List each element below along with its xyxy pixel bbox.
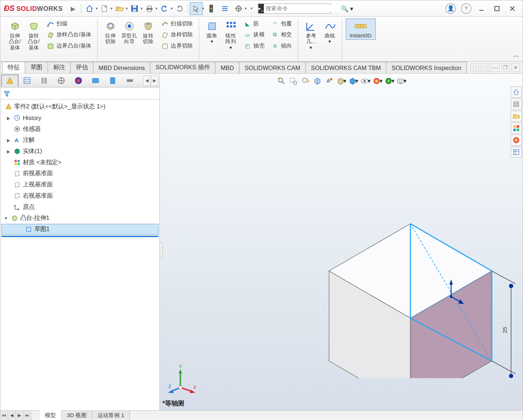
select-tool-button[interactable] bbox=[190, 2, 203, 15]
fm-tab-display[interactable] bbox=[70, 74, 87, 86]
tree-item-top-plane[interactable]: 上视基准面 bbox=[1, 179, 159, 190]
bottom-tab-model[interactable]: 模型 bbox=[40, 410, 62, 420]
panel-splitter-handle[interactable] bbox=[160, 242, 163, 258]
draft-button[interactable]: ▱拔模 bbox=[241, 30, 266, 40]
fm-tab-cam2[interactable] bbox=[104, 74, 121, 86]
bottom-first-button[interactable]: ⏮ bbox=[0, 411, 8, 420]
view-settings-icon[interactable]: ▾ bbox=[396, 75, 407, 87]
tab-evaluate[interactable]: 评估 bbox=[70, 62, 94, 73]
tab-solidworks-cam[interactable]: SOLIDWORKS CAM bbox=[239, 62, 306, 73]
loft-button[interactable]: 放样凸台/基体 bbox=[45, 30, 93, 40]
display-style-icon[interactable]: ▾ bbox=[348, 75, 359, 87]
doc-maximize-button[interactable]: ❐ bbox=[501, 63, 510, 72]
bottom-tab-motion-study[interactable]: 运动算例 1 bbox=[92, 411, 130, 420]
fm-tab-config[interactable] bbox=[36, 74, 53, 86]
fm-tab-tree[interactable] bbox=[1, 74, 18, 86]
extrude-boss-button[interactable]: 拉伸 凸台/ 基体 bbox=[5, 18, 24, 52]
fillet-button[interactable]: 圆角 ▾ bbox=[203, 18, 221, 46]
save-button[interactable] bbox=[128, 2, 141, 15]
fm-tab-property[interactable] bbox=[18, 74, 36, 86]
chevron-down-icon[interactable]: ▾ bbox=[350, 5, 355, 12]
bottom-prev-button[interactable]: ◀ bbox=[8, 411, 16, 420]
doc-minimize-button[interactable]: — bbox=[491, 63, 500, 72]
tab-solidworks-cam-tbm[interactable]: SOLIDWORKS CAM TBM bbox=[306, 62, 387, 73]
minimize-button[interactable] bbox=[474, 3, 489, 15]
tab-sketch[interactable]: 草图 bbox=[25, 62, 48, 73]
filter-icon[interactable] bbox=[3, 89, 11, 97]
tree-item-material[interactable]: 材质 <未指定> bbox=[1, 157, 159, 168]
shell-button[interactable]: ◰抽壳 bbox=[241, 41, 266, 51]
loft-cut-button[interactable]: 放样切除 bbox=[159, 30, 195, 40]
fm-tab-scroll-right[interactable]: ▶ bbox=[151, 75, 158, 85]
tree-item-right-plane[interactable]: 右视基准面 bbox=[1, 190, 159, 202]
zoom-fit-icon[interactable] bbox=[276, 75, 287, 87]
bottom-tab-3dview[interactable]: 3D 视图 bbox=[62, 411, 92, 420]
boundary-button[interactable]: 边界凸台/基体 bbox=[45, 41, 93, 51]
new-button[interactable] bbox=[98, 2, 111, 15]
cut-revolve-button[interactable]: 旋转 切除 bbox=[139, 18, 158, 46]
search-icon[interactable]: 🔍 bbox=[339, 5, 350, 12]
more-dropdown-icon[interactable]: ▾ bbox=[247, 2, 256, 15]
collapse-icon[interactable]: ▼ bbox=[3, 216, 9, 221]
settings-gear-icon[interactable] bbox=[232, 2, 245, 15]
instant3d-button[interactable]: Instant3D bbox=[345, 18, 375, 40]
print-button[interactable] bbox=[143, 2, 156, 15]
edit-appearance-icon[interactable]: ▾ bbox=[372, 75, 383, 87]
fm-tab-extra[interactable] bbox=[121, 74, 138, 86]
tree-item-sensors[interactable]: 传感器 bbox=[1, 123, 159, 135]
chevron-down-icon[interactable]: ▾ bbox=[171, 6, 173, 11]
section-view-icon[interactable] bbox=[312, 75, 323, 87]
ribbon-collapse-button[interactable]: ︿ bbox=[513, 52, 519, 59]
intersect-button[interactable]: ⧉相交 bbox=[269, 30, 294, 40]
chevron-down-icon[interactable]: ▾ bbox=[202, 6, 204, 11]
user-account-button[interactable]: 👤 bbox=[443, 3, 458, 15]
search-input[interactable] bbox=[264, 5, 339, 12]
bottom-next-button[interactable]: ▶ bbox=[16, 411, 24, 420]
tree-item-sketch1[interactable]: 草图1 bbox=[1, 224, 159, 235]
taskpane-home-icon[interactable] bbox=[511, 87, 522, 98]
close-button[interactable] bbox=[505, 3, 520, 15]
tab-mbd[interactable]: MBD bbox=[215, 62, 240, 73]
command-search[interactable]: ▸_ 🔍 ▾ bbox=[258, 3, 331, 13]
ref-geometry-button[interactable]: 参考 几... ▾ bbox=[302, 18, 320, 52]
sweep-button[interactable]: 扫描 bbox=[45, 18, 93, 29]
graphics-viewport[interactable]: A ▾ ▾ ▾ ▾ ▾ ▾ bbox=[160, 74, 523, 410]
rib-button[interactable]: ◣筋 bbox=[241, 18, 266, 29]
tree-item-solid-bodies[interactable]: ▶实体(1) bbox=[1, 146, 159, 157]
menu-dropdown-button[interactable]: ▶ bbox=[67, 2, 79, 15]
tree-item-history[interactable]: ▶History bbox=[1, 112, 159, 124]
chevron-down-icon[interactable]: ▾ bbox=[245, 6, 247, 11]
open-button[interactable] bbox=[113, 2, 126, 15]
sweep-cut-button[interactable]: 扫描切除 bbox=[159, 18, 195, 29]
revolve-boss-button[interactable]: 旋转 凸台/ 基体 bbox=[24, 18, 43, 52]
mirror-button[interactable]: ⧈镜向 bbox=[269, 41, 294, 51]
dynamic-annotation-icon[interactable]: A bbox=[324, 75, 335, 87]
linear-pattern-button[interactable]: 线性 阵列 ▾ bbox=[221, 18, 240, 52]
fm-tab-cam[interactable] bbox=[87, 74, 104, 86]
bottom-last-button[interactable]: ⏭ bbox=[24, 411, 31, 420]
tab-features[interactable]: 特征 bbox=[2, 62, 25, 73]
tab-annotate[interactable]: 标注 bbox=[47, 62, 71, 73]
taskpane-resources-icon[interactable] bbox=[511, 99, 522, 110]
previous-view-icon[interactable] bbox=[300, 75, 311, 87]
tree-root[interactable]: 零件2 (默认<<默认>_显示状态 1>) bbox=[1, 101, 159, 112]
wrap-button[interactable]: ◠包覆 bbox=[269, 18, 294, 29]
hide-show-icon[interactable]: ▾ bbox=[360, 75, 371, 87]
options-list-icon[interactable] bbox=[219, 2, 231, 15]
apply-scene-icon[interactable]: ▾ bbox=[383, 75, 395, 87]
taskpane-view-palette-icon[interactable] bbox=[511, 123, 522, 134]
expand-icon[interactable]: ▶ bbox=[5, 149, 12, 154]
tree-item-front-plane[interactable]: 前视基准面 bbox=[1, 168, 159, 179]
tree-rollback-bar[interactable] bbox=[1, 236, 159, 237]
zoom-area-icon[interactable] bbox=[288, 75, 299, 87]
curves-button[interactable]: 曲线 ▾ bbox=[320, 18, 339, 46]
redo-button[interactable] bbox=[173, 2, 186, 15]
maximize-button[interactable] bbox=[489, 3, 505, 15]
tree-item-annotations[interactable]: ▶A注解 bbox=[1, 135, 159, 146]
home-button[interactable] bbox=[83, 2, 96, 15]
tree-item-origin[interactable]: 原点 bbox=[1, 202, 159, 213]
tree-item-boss-extrude[interactable]: ▼凸台-拉伸1 bbox=[1, 213, 159, 224]
doc-close-button[interactable]: ✕ bbox=[511, 63, 520, 72]
cut-extrude-button[interactable]: 拉伸 切除 bbox=[101, 18, 120, 46]
traffic-light-icon[interactable] bbox=[205, 2, 217, 15]
